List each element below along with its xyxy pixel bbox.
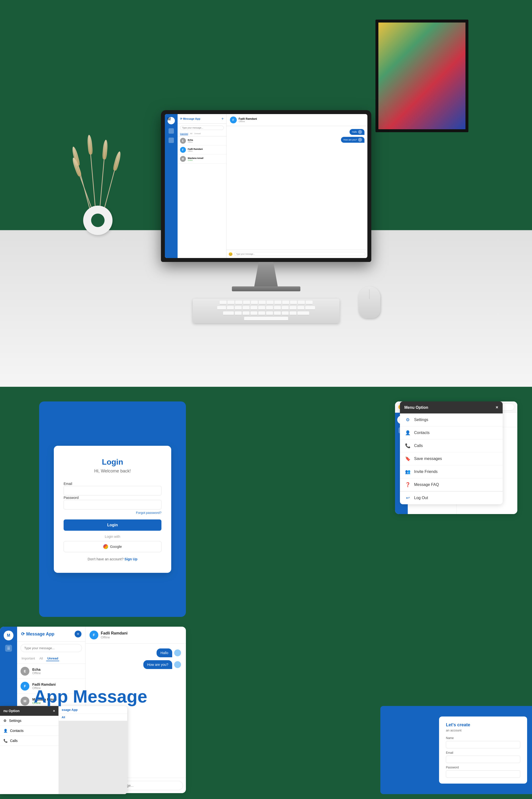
mini-contact-header: ⟳ Message App + xyxy=(177,114,226,124)
partial-menu-contacts[interactable]: 👤 Contacts xyxy=(0,726,58,736)
register-password-label: Password xyxy=(446,766,459,769)
partial-calls-icon: 📞 xyxy=(3,739,7,743)
mini-search-input[interactable] xyxy=(180,126,224,130)
mini-sidebar: M xyxy=(165,114,177,258)
contact-status-echa: Offline xyxy=(32,671,82,675)
menu-item-settings[interactable]: ⚙ Settings xyxy=(400,414,502,426)
register-password-input[interactable] xyxy=(446,770,520,778)
app-user-avatar: M xyxy=(4,631,14,640)
key xyxy=(258,311,265,315)
menu-logout-button[interactable]: ↩ Log Out xyxy=(400,491,502,504)
signup-prompt: Don't have an account? Sign Up xyxy=(63,557,162,561)
menu-item-save-messages[interactable]: 🔖 Save messages xyxy=(400,452,502,465)
key xyxy=(298,311,309,315)
add-contact-button[interactable]: + xyxy=(75,631,81,637)
mini-contact-maulana[interactable]: M Maulana Ismail Online xyxy=(177,155,226,164)
mini-bubble-howareyou: How are you? xyxy=(341,137,364,143)
register-title: Let's create xyxy=(446,722,520,727)
forgot-password-link[interactable]: Forgot password? xyxy=(63,511,162,514)
partial-menu-calls[interactable]: 📞 Calls xyxy=(0,736,58,746)
monitor-screen: M ⟳ Message App + xyxy=(165,114,367,258)
mini-contact-list: ⟳ Message App + Important All Unread xyxy=(177,114,227,258)
picture-frame xyxy=(376,20,469,132)
login-button[interactable]: Login xyxy=(63,520,162,531)
key xyxy=(243,306,249,310)
faq-icon: ❓ xyxy=(405,482,411,488)
partial-tab-all[interactable]: All xyxy=(62,716,65,719)
mini-tab-unread[interactable]: Unread xyxy=(194,132,201,135)
key xyxy=(227,301,234,305)
key xyxy=(266,306,273,310)
bottom-app-strip-left: nu Option × ⚙ Settings 👤 Contacts 📞 Call… xyxy=(0,706,127,794)
mini-tab-important[interactable]: Important xyxy=(180,132,188,135)
partial-menu-close[interactable]: × xyxy=(53,709,55,713)
mini-contact-name-maulana: Maulana Ismail xyxy=(188,157,224,159)
mini-tab-all[interactable]: All xyxy=(190,132,192,135)
chat-header: F Fadli Ramdani Offline xyxy=(86,627,186,643)
login-subtitle: Hi, Welcome back! xyxy=(63,469,162,474)
menu-close-button[interactable]: × xyxy=(496,405,498,410)
email-input[interactable] xyxy=(63,486,162,495)
mini-contact-fadli[interactable]: F Fadli Ramdani Offline xyxy=(177,145,226,155)
app-filter-tabs: Important All Unread xyxy=(17,655,86,664)
tab-unread[interactable]: Unread xyxy=(46,656,59,661)
key xyxy=(217,306,226,310)
mini-nav-icon-2 xyxy=(169,138,174,143)
partial-menu-settings[interactable]: ⚙ Settings xyxy=(0,716,58,726)
menu-save-messages-label: Save messages xyxy=(414,456,442,461)
menu-invite-friends-label: Invite Friends xyxy=(414,470,438,474)
active-chat-user-info: Fadli Ramdani Offline xyxy=(101,631,128,639)
menu-logout-label: Log Out xyxy=(414,496,428,500)
key xyxy=(290,311,297,315)
contact-search-input[interactable] xyxy=(21,644,82,652)
menu-item-invite-friends[interactable]: 👥 Invite Friends xyxy=(400,465,502,478)
tab-important[interactable]: Important xyxy=(21,656,36,661)
active-chat-status: Offline xyxy=(101,635,128,639)
bubble-avatar-2 xyxy=(174,661,181,668)
menu-item-faq[interactable]: ❓ Message FAQ xyxy=(400,478,502,491)
mini-contact-echa[interactable]: E Echa Offline xyxy=(177,137,226,145)
menu-contacts-label: Contacts xyxy=(414,431,430,435)
partial-contacts-icon: 👤 xyxy=(3,729,7,733)
menu-item-calls[interactable]: 📞 Calls xyxy=(400,439,502,452)
email-label: Email xyxy=(63,482,72,486)
mini-chat-header: F Fadli Ramdani Offline xyxy=(227,114,367,126)
password-input[interactable] xyxy=(63,500,162,509)
signup-link[interactable]: Sign Up xyxy=(125,557,137,561)
partial-app-title: ssage App xyxy=(59,706,127,714)
app-nav-icon-menu[interactable]: ☰ xyxy=(5,645,12,652)
contact-name-fadli: Fadli Ramdani xyxy=(32,683,82,686)
keyboard-rows xyxy=(193,298,340,323)
partial-app-content xyxy=(59,721,127,794)
menu-item-contacts[interactable]: 👤 Contacts xyxy=(400,426,502,439)
mini-emoji-icon[interactable]: 😊 xyxy=(228,252,233,256)
register-email-input[interactable] xyxy=(446,756,520,763)
mini-user-avatar: M xyxy=(168,117,175,124)
contact-avatar-maulana: M xyxy=(21,697,30,706)
active-chat-name: Fadli Ramdani xyxy=(101,631,128,635)
mini-contact-avatar-fadli: F xyxy=(180,147,186,153)
key xyxy=(223,311,234,315)
contact-item-echa[interactable]: E Echa Offline xyxy=(17,664,86,679)
mini-add-btn[interactable]: + xyxy=(221,116,224,121)
password-label: Password xyxy=(63,496,78,500)
partial-app-tabs: All xyxy=(59,714,127,721)
key xyxy=(290,306,297,310)
partial-app-behind: ssage App All xyxy=(59,706,127,794)
invite-friends-icon: 👥 xyxy=(405,469,411,475)
message-bubble-howareyou: How are you? xyxy=(143,660,172,669)
tab-all[interactable]: All xyxy=(38,656,44,661)
monitor: M ⟳ Message App + xyxy=(161,110,371,262)
partial-settings-icon: ⚙ xyxy=(3,719,6,723)
mini-message-input[interactable] xyxy=(234,252,365,256)
contacts-icon: 👤 xyxy=(405,430,411,436)
monitor-base xyxy=(232,286,300,291)
bubble-avatar-1 xyxy=(174,650,181,656)
mini-app: M ⟳ Message App + xyxy=(165,114,367,258)
pampas-grass xyxy=(78,130,117,213)
mini-chat-name: Fadli Ramdani xyxy=(239,117,257,120)
google-login-button[interactable]: Google xyxy=(63,541,162,552)
chat-bubble-howareyou: How are you? xyxy=(143,660,181,669)
register-card-snippet: Let's create an account Name Email Passw… xyxy=(439,716,527,784)
register-name-input[interactable] xyxy=(446,741,520,748)
